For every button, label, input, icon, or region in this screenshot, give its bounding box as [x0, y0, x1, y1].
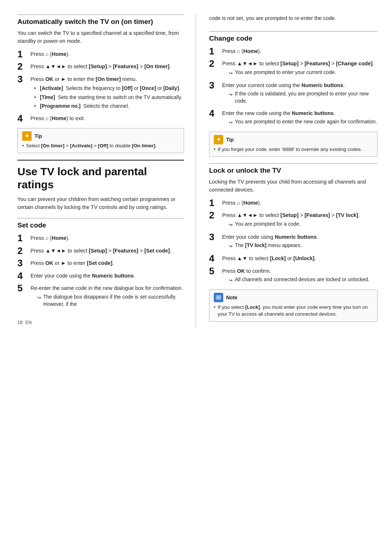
step-timer-3: 3 Press OK or ► to enter the [On timer] … [17, 74, 184, 111]
step-sc-3-content: Press OK or ► to enter [Set code]. [30, 259, 184, 267]
step-lk-5-arrow: All channels and connected devices are l… [235, 276, 369, 283]
step-lock-3: 3 Enter your code using Numeric buttons.… [209, 232, 377, 251]
section-body-lockTV: Locking the TV prevents your child from … [209, 178, 377, 194]
tip-body-change: • If you forget your code, enter '8888' … [214, 146, 373, 153]
step1-text: Press [30, 51, 45, 57]
home-icon: ⌂ [45, 50, 48, 58]
step-setcode-3: 3 Press OK or ► to enter [Set code]. [17, 258, 184, 268]
step-number-4: 4 [17, 113, 30, 124]
arrow-icon-lk2: ↪ [229, 221, 233, 229]
step-setcode-2: 2 Press ▲▼◄► to select [Setup] > [Featur… [17, 246, 184, 256]
step-setcode-5: 5 Re-enter the same code in the new dial… [17, 283, 184, 309]
note-icon-lock [214, 293, 223, 302]
step-ch-number-1: 1 [209, 46, 222, 57]
step-lk-number-5: 5 [209, 266, 222, 276]
step-lk-2-content: Press ▲▼◄► to select [Setup] > [Features… [222, 212, 377, 229]
section-title-changecode: Change code [209, 34, 377, 42]
tip-icon-star: ✦ [22, 131, 32, 141]
section-title-setcode: Set code [17, 221, 184, 229]
section-title-timer: Automatically switch the TV on (on timer… [17, 18, 184, 26]
arrow-icon-ch3: ↪ [229, 91, 233, 98]
step-lk-3-arrow: The [TV lock] menu appears. [235, 242, 302, 249]
step-sc-2-content: Press ▲▼◄► to select [Setup] > [Features… [30, 247, 184, 255]
step-ch-number-2: 2 [209, 58, 222, 69]
big-section-title-lock: Use TV lock and parental ratings [17, 165, 184, 191]
note-body-lock: • If you select [Lock], you must enter y… [214, 304, 373, 318]
step3-content: Press OK or ► to enter the [On timer] me… [30, 75, 184, 111]
step-lk-number-3: 3 [209, 232, 222, 242]
bullet-time: • [Time] Sets the starting time to switc… [34, 94, 184, 101]
step-ch-number-3: 3 [209, 80, 222, 91]
step-lk-4-content: Press ▲▼ to select [Lock] or [Unlock]. [222, 255, 377, 263]
step-change-1: 1 Press ⌂ (Home). [209, 46, 377, 57]
step4-content: Press ⌂ (Home) to exit. [30, 115, 184, 123]
step-number-3: 3 [17, 74, 30, 85]
bullet-programme: • [Programme no.] Selects the channel. [34, 102, 184, 110]
bullet-activate: • [Activate] Selects the frequency to [O… [34, 85, 184, 92]
step-sc-number-5: 5 [17, 283, 30, 294]
arrow-icon-lk5: ↪ [229, 277, 233, 284]
step-lock-5: 5 Press OK to confirm. ↪ All channels an… [209, 266, 377, 285]
step-ch-3-arrow: If the code is validated, you are prompt… [235, 90, 377, 104]
step-change-3: 3 Enter your current code using the Nume… [209, 80, 377, 106]
tip-icon-change: ✦ [214, 135, 223, 144]
arrow-icon: ↪ [37, 294, 41, 301]
step-sc-5-arrow: The dialogue box disappears if the code … [43, 294, 184, 308]
step-lk-number-1: 1 [209, 198, 222, 208]
step-sc-number-3: 3 [17, 258, 30, 268]
step-lk-1-content: Press ⌂ (Home). [222, 199, 377, 207]
step-number-2: 2 [17, 61, 30, 72]
step-change-2: 2 Press ▲▼◄► to select [Setup] > [Featur… [209, 58, 377, 78]
step-lock-2: 2 Press ▲▼◄► to select [Setup] > [Featur… [209, 210, 377, 229]
step-lk-2-arrow: You are prompted for a code. [235, 221, 301, 228]
step-lk-5-content: Press OK to confirm. ↪ All channels and … [222, 267, 377, 285]
tip-box-timer: ✦ Tip • Select [On timer] > [Activate] >… [17, 128, 184, 153]
step-sc-number-4: 4 [17, 271, 30, 281]
step2-content: Press ▲▼◄► to select [Setup] > [Features… [30, 63, 184, 71]
step-sc-1-content: Press ⌂ (Home). [30, 234, 184, 242]
step1-home-label: (Home). [50, 51, 70, 57]
step-ch-4-arrow: You are prompted to enter the new code a… [235, 118, 377, 126]
step-lk-number-2: 2 [209, 210, 222, 221]
arrow-icon-ch4: ↪ [229, 119, 233, 126]
step-change-4: 4 Enter the new code using the Numeric b… [209, 108, 377, 127]
step-ch-number-4: 4 [209, 108, 222, 119]
big-section-body-lock: You can prevent your children from watch… [17, 196, 184, 212]
note-box-lock: Note • If you select [Lock], you must en… [209, 290, 377, 322]
step-setcode-4: 4 Enter your code using the Numeric butt… [17, 271, 184, 281]
section-body-timer: You can switch the TV to a specified cha… [17, 29, 184, 45]
step-ch-2-content: Press ▲▼◄► to select [Setup] > [Features… [222, 60, 377, 78]
note-label-lock: Note [226, 295, 237, 300]
arrow-icon-ch2: ↪ [229, 70, 233, 77]
step-sc-4-content: Enter your code using the Numeric button… [30, 272, 184, 280]
step-lock-1: 1 Press ⌂ (Home). [209, 198, 377, 208]
step-timer-1: 1 Press ⌂ (Home). [17, 49, 184, 59]
step-ch-3-content: Enter your current code using the Numeri… [222, 82, 377, 106]
page-number: 18 EN [17, 320, 184, 325]
step-timer-4: 4 Press ⌂ (Home) to exit. [17, 113, 184, 124]
section-title-lockTV: Lock or unlock the TV [209, 167, 377, 175]
step-ch-2-arrow: You are prompted to enter your current c… [235, 69, 336, 76]
tip-body-timer: • Select [On timer] > [Activate] > [Off]… [22, 142, 179, 149]
step-sc-5-content: Re-enter the same code in the new dialog… [30, 284, 184, 309]
step-sc-number-2: 2 [17, 246, 30, 256]
step-setcode-1: 1 Press ⌂ (Home). [17, 233, 184, 243]
step-sc-number-1: 1 [17, 233, 30, 243]
step-timer-2: 2 Press ▲▼◄► to select [Setup] > [Featur… [17, 61, 184, 72]
setcode-continuation: code is not set, you are prompted to re-… [209, 15, 377, 22]
step-number-1: 1 [17, 49, 30, 59]
step-ch-1-content: Press ⌂ (Home). [222, 48, 377, 56]
tip-label-change: Tip [226, 137, 234, 143]
step-lk-number-4: 4 [209, 253, 222, 264]
tip-box-change: ✦ Tip • If you forget your code, enter '… [209, 132, 377, 157]
step-lock-4: 4 Press ▲▼ to select [Lock] or [Unlock]. [209, 253, 377, 264]
tip-label-timer: Tip [34, 133, 42, 139]
step-ch-4-content: Enter the new code using the Numeric but… [222, 110, 377, 127]
step-lk-3-content: Enter your code using Numeric buttons. ↪… [222, 233, 377, 251]
arrow-icon-lk3: ↪ [229, 243, 233, 250]
